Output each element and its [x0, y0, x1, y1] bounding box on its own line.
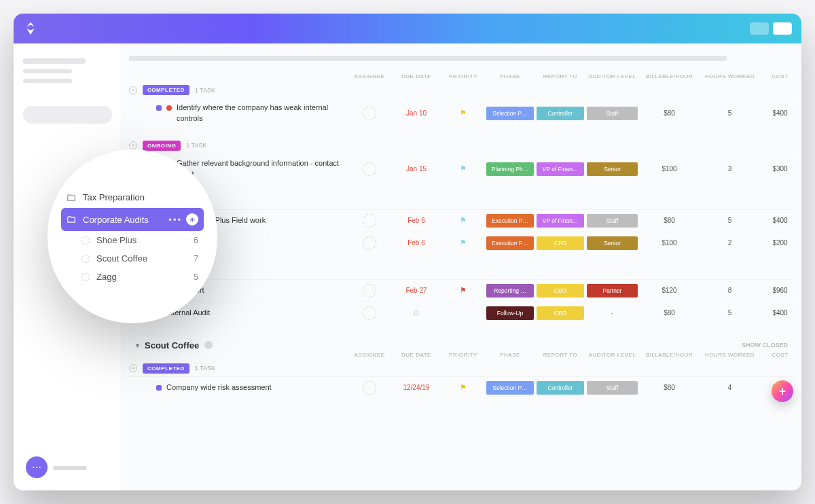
sidebar-list-item[interactable]: Zagg5: [57, 268, 208, 286]
hours-worked: 2: [701, 239, 759, 247]
app-logo-icon: [23, 21, 38, 36]
phase-chip[interactable]: Execution P…: [486, 214, 534, 228]
cost: $400: [761, 309, 799, 317]
due-date[interactable]: Feb 6: [393, 239, 440, 247]
list-title[interactable]: Scout Coffee SHOW CLOSED: [129, 336, 795, 352]
status-group-header[interactable]: UP NEXT 2 TASKS: [129, 194, 795, 209]
due-date[interactable]: Feb 27: [393, 287, 440, 294]
task-row[interactable]: Gather relevant background information -…: [129, 154, 795, 184]
phase-chip[interactable]: Follow-Up: [486, 306, 534, 320]
folder-label: Corporate Audits: [83, 215, 149, 225]
sidebar-skeleton: [23, 79, 72, 83]
cost: $400: [761, 109, 799, 117]
due-date[interactable]: Jan 15: [393, 165, 440, 173]
sidebar-skeleton: [23, 58, 86, 64]
chat-skeleton: [53, 466, 87, 470]
report-to-chip[interactable]: CEO: [537, 284, 584, 298]
assignee-button[interactable]: [363, 381, 376, 395]
column-header: PRIORITY: [443, 352, 484, 358]
list-label: Scout Coffee: [96, 253, 147, 264]
due-date[interactable]: Jan 10: [393, 109, 440, 117]
sidebar-list-item[interactable]: Scout Coffee7: [57, 249, 208, 268]
assignee-button[interactable]: [363, 306, 376, 320]
hours-worked: 8: [701, 287, 759, 294]
due-date[interactable]: ⊡: [393, 309, 440, 317]
phase-chip[interactable]: Planning Ph…: [486, 162, 534, 176]
phase-chip[interactable]: Reporting …: [486, 284, 534, 298]
hours-worked: 5: [701, 109, 759, 117]
show-closed-toggle[interactable]: SHOW CLOSED: [742, 342, 795, 348]
column-header: REPORT TO: [537, 352, 584, 358]
create-fab[interactable]: +: [772, 380, 793, 402]
priority-flag[interactable]: ⚑: [443, 383, 484, 392]
assignee-button[interactable]: [363, 284, 376, 298]
report-to-chip[interactable]: VP of Finan…: [537, 162, 584, 176]
task-row[interactable]: Identify where the company has weak inte…: [129, 98, 795, 128]
report-to-chip[interactable]: Controller: [537, 381, 584, 395]
window-maximize[interactable]: [773, 22, 792, 35]
task-row[interactable]: Execute Shoe Plus Field work Feb 6 ⚑ Exe…: [129, 209, 795, 232]
column-header: AUDITOR LEVEL: [587, 352, 638, 358]
column-header: DUE DATE: [393, 73, 440, 79]
collapse-icon[interactable]: [129, 364, 137, 372]
assignee-button[interactable]: [363, 162, 376, 176]
window-controls: [750, 22, 792, 35]
status-pill: COMPLETED: [143, 85, 189, 95]
window-minimize[interactable]: [750, 22, 769, 35]
collapse-icon[interactable]: [129, 141, 137, 149]
folder-tax-preparation[interactable]: Tax Preparation: [57, 187, 208, 208]
status-group-header[interactable]: COMPLETED 1 TASK: [129, 82, 795, 98]
auditor-level-chip[interactable]: -: [587, 306, 638, 320]
task-count: 1 TASK: [186, 142, 206, 149]
status-group-header[interactable]: ONGOING 1 TASK: [129, 138, 795, 154]
task-row[interactable]: Company wide risk assessment 12/24/19 ⚑ …: [129, 376, 795, 399]
status-group-header[interactable]: OPEN 2 TASKS: [129, 264, 795, 279]
column-header: DUE DATE: [393, 352, 440, 358]
task-row[interactable]: Internal Audit ⊡ Follow-Up CEO - $80 5 $…: [129, 302, 795, 324]
priority-flag[interactable]: ⚑: [443, 109, 484, 118]
search-input[interactable]: [23, 106, 112, 124]
column-header: BILLABLE/HOUR: [640, 73, 698, 79]
info-icon[interactable]: [204, 341, 213, 349]
folder-menu-icon[interactable]: •••: [168, 215, 182, 225]
task-row[interactable]: Final report Feb 27 ⚑ Reporting … CEO Pa…: [129, 279, 795, 302]
assignee-button[interactable]: [363, 107, 376, 120]
task-row[interactable]: Status meeting Feb 6 ⚑ Execution P… CFO …: [129, 232, 795, 254]
collapse-icon[interactable]: [129, 86, 137, 94]
auditor-level-chip[interactable]: Senior: [587, 162, 638, 176]
column-header: ASSIGNEE: [349, 352, 390, 358]
report-to-chip[interactable]: Controller: [537, 107, 584, 120]
add-list-button[interactable]: +: [186, 213, 198, 226]
main-content: ASSIGNEEDUE DATEPRIORITYPHASEREPORT TOAU…: [122, 43, 801, 490]
status-group-header[interactable]: COMPLETED 1 TASK: [129, 361, 795, 376]
auditor-level-chip[interactable]: Staff: [587, 214, 638, 228]
phase-chip[interactable]: Selection P…: [486, 107, 534, 120]
report-to-chip[interactable]: CEO: [537, 306, 584, 320]
chat-button[interactable]: ⋯: [26, 456, 48, 478]
list-icon: [82, 255, 90, 263]
folder-corporate-audits[interactable]: Corporate Audits ••• +: [61, 208, 204, 231]
due-date[interactable]: 12/24/19: [393, 384, 440, 391]
auditor-level-chip[interactable]: Staff: [587, 107, 638, 120]
assignee-button[interactable]: [363, 214, 376, 228]
phase-chip[interactable]: Execution P…: [486, 236, 534, 250]
priority-flag[interactable]: ⚑: [443, 164, 484, 173]
report-to-chip[interactable]: CFO: [537, 236, 584, 250]
hours-worked: 3: [701, 165, 759, 173]
priority-flag[interactable]: ⚑: [443, 286, 484, 295]
report-to-chip[interactable]: VP of Finan…: [537, 214, 584, 228]
sidebar-list-item[interactable]: Shoe Plus6: [57, 231, 208, 249]
due-date[interactable]: Feb 6: [393, 217, 440, 224]
titlebar: [14, 14, 801, 43]
auditor-level-chip[interactable]: Partner: [587, 284, 638, 298]
column-header: PHASE: [486, 73, 534, 79]
column-header: REPORT TO: [537, 73, 584, 79]
billable-rate: $100: [640, 239, 698, 247]
column-header: COST: [761, 73, 799, 79]
assignee-button[interactable]: [363, 236, 376, 250]
phase-chip[interactable]: Selection P…: [486, 381, 534, 395]
priority-flag[interactable]: ⚑: [443, 238, 484, 247]
priority-flag[interactable]: ⚑: [443, 216, 484, 225]
auditor-level-chip[interactable]: Senior: [587, 236, 638, 250]
auditor-level-chip[interactable]: Staff: [587, 381, 638, 395]
